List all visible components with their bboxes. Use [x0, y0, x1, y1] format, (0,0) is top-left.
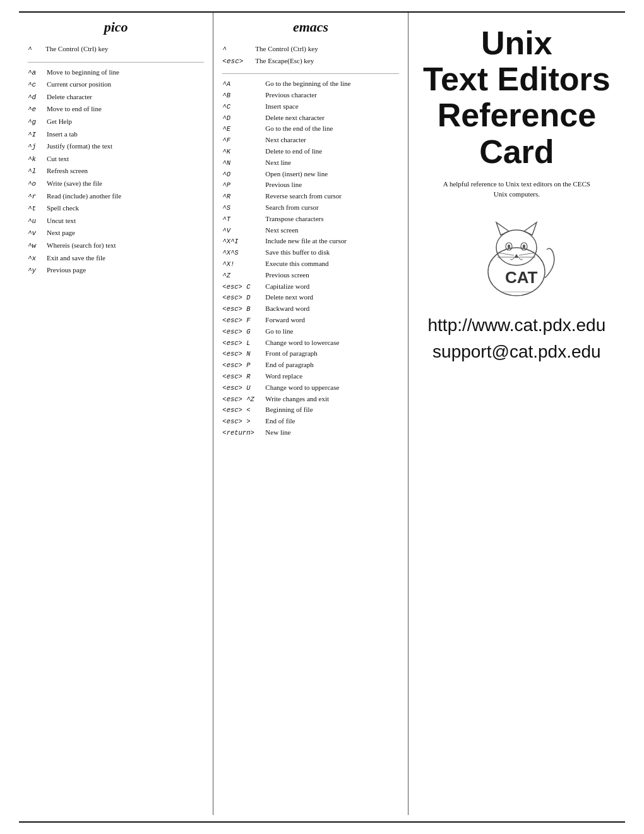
emacs-column: emacs ^ The Control (Ctrl) key <esc> The… [213, 13, 408, 815]
title-line1: Unix [423, 25, 611, 61]
pico-cmd-key: ^c [28, 80, 47, 91]
emacs-command-row: ^X^IInclude new file at the cursor [222, 236, 398, 247]
pico-command-row: ^kCut text [28, 154, 204, 166]
emacs-cmd-key: <esc> U [222, 383, 265, 394]
emacs-cmd-desc: Backward word [265, 304, 309, 315]
pico-cmd-key: ^k [28, 154, 47, 166]
emacs-cmd-desc: Previous screen [265, 270, 309, 281]
pico-command-row: ^eMove to end of line [28, 104, 204, 116]
pico-cmd-desc: Write (save) the file [47, 179, 102, 190]
emacs-command-row: ^DDelete next character [222, 113, 398, 124]
emacs-cmd-desc: Previous character [265, 90, 317, 101]
page: pico ^ The Control (Ctrl) key ^aMove to … [0, 0, 644, 834]
emacs-command-row: <esc> DDelete next word [222, 293, 398, 303]
emacs-command-row: <esc> NFront of paragraph [222, 349, 398, 360]
emacs-esc-desc: The Escape(Esc) key [255, 56, 314, 68]
emacs-cmd-desc: Capitalize word [265, 282, 309, 293]
emacs-cmd-key: <esc> < [222, 405, 265, 416]
emacs-cmd-key: <esc> C [222, 282, 265, 293]
emacs-command-row: ^X^SSave this buffer to disk [222, 248, 398, 258]
emacs-cmd-desc: Delete next word [265, 293, 313, 303]
pico-command-row: ^aMove to beginning of line [28, 68, 204, 79]
emacs-command-row: ^ZPrevious screen [222, 270, 398, 281]
emacs-command-row: <esc> UChange word to uppercase [222, 383, 398, 394]
pico-cmd-desc: Next page [47, 228, 75, 239]
emacs-command-row: <esc> <Beginning of file [222, 405, 398, 416]
emacs-cmd-desc: Delete next character [265, 113, 324, 124]
emacs-cmd-desc: Insert space [265, 102, 298, 112]
emacs-command-row: <esc> FForward word [222, 315, 398, 326]
pico-cmd-key: ^r [28, 191, 47, 203]
pico-ctrl-desc: The Control (Ctrl) key [45, 44, 108, 56]
emacs-cmd-desc: Front of paragraph [265, 349, 317, 360]
emacs-cmd-key: ^T [222, 214, 265, 225]
emacs-command-row: ^EGo to the end of the line [222, 124, 398, 135]
pico-cmd-key: ^d [28, 92, 47, 104]
pico-command-row: ^oWrite (save) the file [28, 179, 204, 190]
svg-point-7 [523, 245, 525, 248]
pico-cmd-desc: Whereis (search for) text [47, 241, 116, 252]
emacs-cmd-desc: Include new file at the cursor [265, 236, 347, 247]
emacs-cmd-desc: Go to line [265, 327, 293, 337]
emacs-cmd-desc: Change word to lowercase [265, 338, 339, 349]
emacs-esc-key: <esc> [222, 56, 255, 68]
emacs-cmd-key: ^S [222, 203, 265, 214]
svg-marker-2 [496, 222, 509, 235]
title-line3: Reference [423, 97, 611, 133]
emacs-cmd-key: ^V [222, 226, 265, 236]
emacs-cmd-desc: New line [265, 428, 290, 438]
emacs-cmd-key: <esc> G [222, 327, 265, 337]
emacs-cmd-desc: Forward word [265, 315, 305, 326]
pico-cmd-desc: Uncut text [47, 216, 76, 227]
emacs-cmd-key: ^X^I [222, 236, 265, 247]
emacs-cmd-desc: End of file [265, 416, 295, 427]
emacs-command-row: ^X!Execute this command [222, 259, 398, 270]
pico-cmd-key: ^o [28, 179, 47, 190]
pico-cmd-key: ^a [28, 68, 47, 79]
pico-cmd-key: ^g [28, 117, 47, 128]
emacs-cmd-desc: Next line [265, 158, 291, 169]
emacs-cmd-key: ^P [222, 180, 265, 191]
pico-divider [28, 62, 204, 63]
pico-cmd-desc: Delete character [47, 92, 92, 104]
emacs-commands: ^AGo to the beginning of the line^BPrevi… [222, 79, 398, 438]
emacs-command-row: ^NNext line [222, 158, 398, 169]
emacs-cmd-key: ^R [222, 191, 265, 202]
pico-cmd-desc: Cut text [47, 154, 69, 166]
emacs-command-row: <esc> CCapitalize word [222, 282, 398, 293]
emacs-cmd-key: ^N [222, 158, 265, 169]
emacs-cmd-desc: Word replace [265, 372, 302, 382]
url-text: http://www.cat.pdx.edu support@cat.pdx.e… [428, 312, 606, 365]
emacs-cmd-key: <esc> D [222, 293, 265, 303]
pico-cmd-desc: Refresh screen [47, 166, 88, 178]
svg-text:CAT: CAT [505, 268, 538, 287]
pico-cmd-key: ^u [28, 216, 47, 227]
pico-cmd-desc: Current cursor position [47, 80, 111, 91]
pico-command-row: ^lRefresh screen [28, 166, 204, 178]
pico-cmd-key: ^x [28, 253, 47, 265]
emacs-cmd-desc: Write changes and exit [265, 394, 329, 405]
emacs-command-row: ^OOpen (insert) new line [222, 169, 398, 180]
emacs-legend-row-ctrl: ^ The Control (Ctrl) key [222, 44, 398, 56]
pico-cmd-desc: Insert a tab [47, 130, 78, 141]
svg-line-11 [519, 253, 535, 255]
emacs-cmd-desc: Execute this command [265, 259, 328, 270]
url2: support@cat.pdx.edu [428, 339, 606, 365]
svg-point-5 [508, 245, 510, 248]
pico-legend-row: ^ The Control (Ctrl) key [28, 44, 204, 56]
emacs-cmd-key: <esc> > [222, 416, 265, 427]
emacs-cmd-key: ^B [222, 90, 265, 101]
emacs-command-row: <esc> RWord replace [222, 372, 398, 382]
emacs-command-row: ^TTranspose characters [222, 214, 398, 225]
emacs-legend-row-esc: <esc> The Escape(Esc) key [222, 56, 398, 68]
emacs-cmd-desc: End of paragraph [265, 360, 313, 371]
emacs-legend: ^ The Control (Ctrl) key <esc> The Escap… [222, 44, 398, 67]
emacs-cmd-key: ^F [222, 135, 265, 146]
emacs-cmd-desc: Go to the end of the line [265, 124, 333, 135]
emacs-cmd-key: ^X! [222, 259, 265, 270]
emacs-cmd-key: <esc> B [222, 304, 265, 315]
pico-cmd-key: ^e [28, 104, 47, 116]
title-line2: Text Editors [423, 61, 611, 97]
pico-commands: ^aMove to beginning of line^cCurrent cur… [28, 68, 204, 277]
emacs-command-row: ^BPrevious character [222, 90, 398, 101]
